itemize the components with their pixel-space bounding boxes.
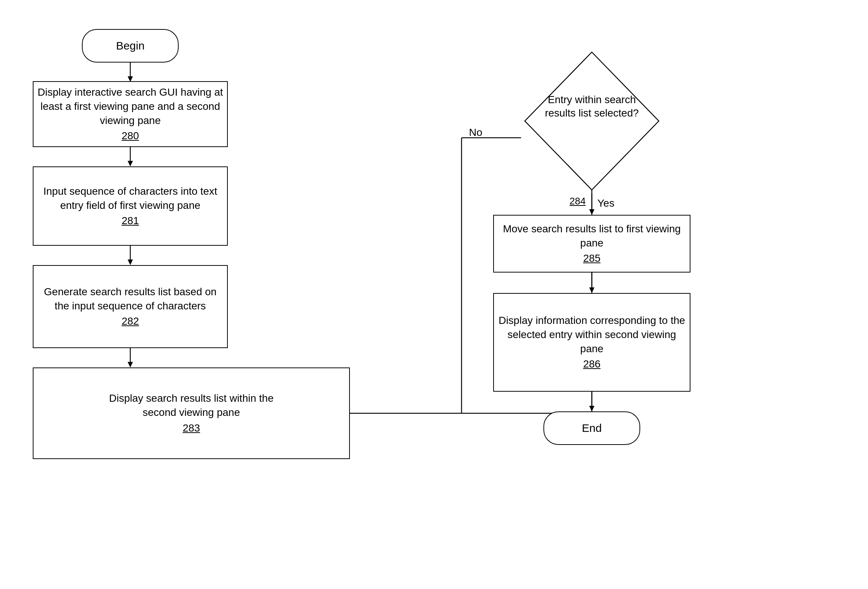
box-285-text: Move search results list to first viewin… (503, 222, 681, 250)
yes-label: Yes (597, 197, 614, 209)
box-283-text: Display search results list within these… (109, 391, 273, 419)
svg-marker-7 (128, 362, 133, 368)
diamond-284-ref: 284 (570, 195, 586, 207)
box-281-ref: 281 (122, 214, 139, 228)
box-282-ref: 282 (122, 314, 139, 328)
box-280-ref: 280 (122, 129, 139, 143)
box-283: Display search results list within these… (33, 368, 350, 459)
svg-marker-16 (589, 288, 595, 293)
flowchart-diagram: Begin Display interactive search GUI hav… (0, 0, 868, 589)
box-285: Move search results list to first viewin… (493, 215, 691, 273)
box-285-ref: 285 (583, 251, 601, 266)
box-280: Display interactive search GUI having at… (33, 81, 228, 147)
svg-marker-18 (589, 406, 595, 412)
diamond-shape (521, 49, 663, 193)
box-286-text: Display information corresponding to the… (497, 313, 686, 356)
box-283-ref: 283 (183, 421, 200, 435)
svg-marker-19 (525, 52, 659, 190)
box-286-ref: 286 (583, 357, 601, 371)
end-label: End (582, 422, 601, 434)
end-terminal: End (543, 412, 640, 445)
svg-marker-5 (128, 260, 133, 265)
diamond-284: Entry within searchresults list selected… (521, 49, 663, 193)
box-281-text: Input sequence of characters into texten… (44, 184, 217, 213)
begin-terminal: Begin (82, 29, 179, 62)
no-label: No (469, 127, 483, 139)
begin-label: Begin (116, 40, 145, 52)
box-281: Input sequence of characters into texten… (33, 167, 228, 246)
box-282: Generate search results list based onthe… (33, 265, 228, 348)
svg-marker-14 (589, 209, 595, 215)
box-282-text: Generate search results list based onthe… (44, 285, 217, 313)
box-286: Display information corresponding to the… (493, 293, 691, 392)
svg-marker-3 (128, 161, 133, 167)
box-280-text: Display interactive search GUI having at… (38, 85, 223, 127)
